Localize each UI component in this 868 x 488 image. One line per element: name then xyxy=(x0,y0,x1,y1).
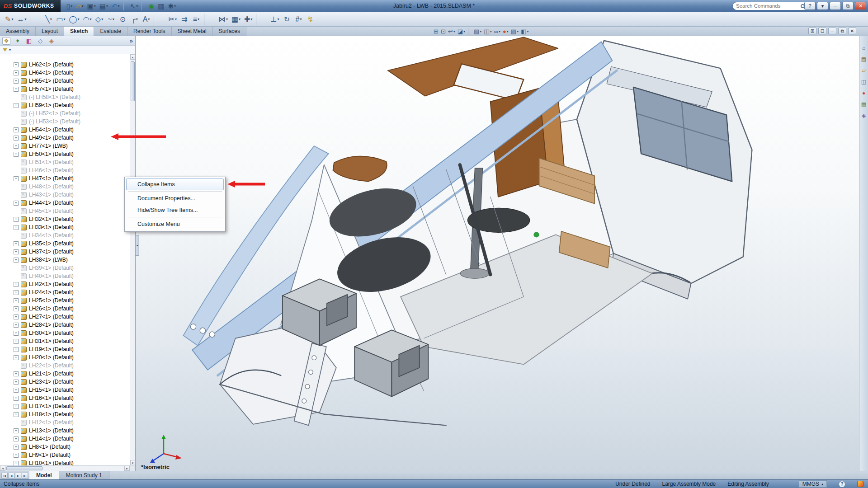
custom-properties-icon[interactable]: ▦ xyxy=(860,101,868,108)
view-palette-icon[interactable]: ◫ xyxy=(860,78,868,85)
tree-item[interactable]: + LH48<1> (Default) xyxy=(0,183,135,191)
command-tab[interactable]: Sketch xyxy=(64,27,94,36)
tree-item[interactable]: + LH9<1> (Default) xyxy=(0,451,135,459)
tree-item[interactable]: + LH22<1> (Default) xyxy=(0,361,135,370)
tree-item[interactable]: + LH21<1> (Default) xyxy=(0,370,135,378)
graphics-area[interactable]: *Isometric ◂ xyxy=(136,36,859,471)
save-button[interactable]: ▣ ▾ xyxy=(86,0,97,11)
tree-item[interactable]: + LH42<1> (Default) xyxy=(0,280,135,288)
expand-icon[interactable]: + xyxy=(14,388,19,393)
expand-icon[interactable]: + xyxy=(14,258,19,263)
expand-icon[interactable]: + xyxy=(14,298,19,303)
tree-item[interactable]: + LH43<1> (Default) xyxy=(0,191,135,199)
expand-icon[interactable]: + xyxy=(14,70,19,75)
new-button[interactable]: ▯ ▾ xyxy=(65,0,74,11)
tree-item[interactable]: + LH17<1> (Default) xyxy=(0,402,135,410)
tree-item[interactable]: + LH40<1> (Default) xyxy=(0,272,135,280)
zoom-area-button[interactable]: ⊡ ▾ xyxy=(440,27,447,36)
expand-icon[interactable]: + xyxy=(14,176,19,181)
tree-item[interactable]: + LH39<1> (Default) xyxy=(0,264,135,272)
status-help-icon[interactable]: ? xyxy=(839,481,845,488)
tree-item[interactable]: + (-) LH58<1> (Default) xyxy=(0,93,135,101)
tree-item[interactable]: + LH8<1> (Default) xyxy=(0,443,135,451)
vertical-scroll-thumb[interactable] xyxy=(131,61,135,101)
help-dropdown[interactable]: ▾ xyxy=(817,2,828,10)
tree-item[interactable]: + LH47<1> (Default) xyxy=(0,174,135,183)
tree-item[interactable]: + LH51<1> (Default) xyxy=(0,158,135,166)
horizontal-scroll-thumb[interactable] xyxy=(6,466,42,470)
tree-item[interactable]: + LH64<1> (Default) xyxy=(0,69,135,77)
open-button[interactable]: ▱ ▾ xyxy=(75,0,85,11)
smart-dimension-tool[interactable]: ↔ ▾ xyxy=(15,14,28,25)
line-tool[interactable]: ╲ ▾ xyxy=(43,14,54,25)
expand-icon[interactable]: + xyxy=(14,103,19,108)
tree-item[interactable]: + LH15<1> (Default) xyxy=(0,386,135,394)
panel-splitter-handle[interactable]: ◂ xyxy=(136,235,139,256)
tree-item[interactable]: + (-) LH52<1> (Default) xyxy=(0,109,135,117)
expand-icon[interactable]: + xyxy=(14,152,19,157)
context-menu-item[interactable]: Hide/Show Tree Items... xyxy=(126,204,224,216)
viewport-pane-button[interactable]: ⊟ xyxy=(818,28,826,34)
expand-icon[interactable]: + xyxy=(14,282,19,287)
arc-tool[interactable]: ◠ ▾ xyxy=(82,14,93,25)
command-tab[interactable]: Surfaces xyxy=(213,27,246,36)
tree-item[interactable]: + LH27<1> (Default) xyxy=(0,313,135,321)
context-menu-item[interactable]: Customize Menu xyxy=(126,218,224,230)
tree-item[interactable]: + LH45<1> (Default) xyxy=(0,207,135,215)
mirror-tool[interactable]: ⋈ ▾ xyxy=(217,14,229,25)
select-button[interactable]: ↖ ▾ xyxy=(129,0,140,11)
featuremanager-tab-icon[interactable]: ❖ xyxy=(2,37,10,45)
expand-icon[interactable]: + xyxy=(14,127,19,132)
tree-item[interactable]: + LH26<1> (Default) xyxy=(0,305,135,313)
scroll-left-icon[interactable]: ◂ xyxy=(0,466,5,471)
doc-restore-button[interactable]: ⧉ xyxy=(838,28,846,34)
close-button[interactable]: ✕ xyxy=(855,2,866,10)
linear-pattern-tool[interactable]: ▦ ▾ xyxy=(230,14,242,25)
resources-icon[interactable]: ⌂ xyxy=(860,44,868,52)
file-explorer-icon[interactable]: ▱ xyxy=(860,67,868,74)
tree-item[interactable]: + LH14<1> (Default) xyxy=(0,435,135,443)
tree-item[interactable]: + LH18<1> (Default) xyxy=(0,410,135,418)
tab-nav-button[interactable]: ▶ xyxy=(15,473,21,479)
expand-icon[interactable]: + xyxy=(14,249,19,254)
orientation-triad[interactable] xyxy=(146,433,187,465)
tree-item[interactable]: + LH24<1> (Default) xyxy=(0,288,135,296)
tree-item[interactable]: + LH32<1> (Default) xyxy=(0,215,135,223)
offset-tool[interactable]: ≡ ▾ xyxy=(191,14,202,25)
expand-icon[interactable]: + xyxy=(14,445,19,450)
sketch-tool[interactable]: ✎ ▾ xyxy=(4,14,14,25)
rectangle-tool[interactable]: ▭ ▾ xyxy=(55,14,66,25)
tree-vertical-scrollbar[interactable]: ▴ ▾ xyxy=(130,54,135,465)
tree-item[interactable]: + (-) LH53<1> (Default) xyxy=(0,117,135,126)
dimxpert-tab-icon[interactable]: ◇ xyxy=(36,37,44,45)
hide-show-items-button[interactable]: ∞ ▾ xyxy=(493,27,501,36)
expand-icon[interactable]: + xyxy=(14,87,19,92)
tree-horizontal-scrollbar[interactable]: ◂ ▸ xyxy=(0,465,130,471)
fillet-tool[interactable]: ╭ ▾ xyxy=(129,14,140,25)
move-tool[interactable]: ✚ ▾ xyxy=(243,14,254,25)
tab-nav-button[interactable]: ◀ xyxy=(8,473,14,479)
options-button[interactable]: ✱ ▾ xyxy=(166,0,177,11)
viewport-split-button[interactable]: ⊞ xyxy=(808,28,816,34)
expand-icon[interactable]: + xyxy=(14,436,19,441)
zoom-fit-button[interactable]: ⊞ ▾ xyxy=(433,27,439,36)
tree-item[interactable]: + LH44<1> (Default) xyxy=(0,199,135,207)
scroll-up-icon[interactable]: ▴ xyxy=(130,54,135,60)
appearances-icon[interactable]: ● xyxy=(860,89,868,97)
tree-item[interactable]: + LH28<1> (Default) xyxy=(0,321,135,329)
rebuild-button[interactable]: ◉ ▾ xyxy=(147,0,156,11)
tree-item[interactable]: + LH23<1> (Default) xyxy=(0,378,135,386)
display-style-button[interactable]: ◫ ▾ xyxy=(483,27,492,36)
tree-item[interactable]: + LH35<1> (Default) xyxy=(0,239,135,248)
tree-item[interactable]: + LH38<1> (LWB) xyxy=(0,256,135,264)
previous-view-button[interactable]: ↩ ▾ xyxy=(447,27,456,36)
tree-item[interactable]: + LH19<1> (Default) xyxy=(0,345,135,353)
units-selector[interactable]: MMGS ▴ xyxy=(799,480,827,488)
restore-button[interactable]: ⧉ xyxy=(842,2,854,10)
tree-item[interactable]: + LH16<1> (Default) xyxy=(0,394,135,402)
scroll-right-icon[interactable]: ▸ xyxy=(124,466,130,471)
expand-icon[interactable]: + xyxy=(14,371,19,376)
expand-icon[interactable]: + xyxy=(14,144,19,149)
tree-item[interactable]: + LH59<1> (Default) xyxy=(0,101,135,109)
expand-icon[interactable]: + xyxy=(14,453,19,458)
